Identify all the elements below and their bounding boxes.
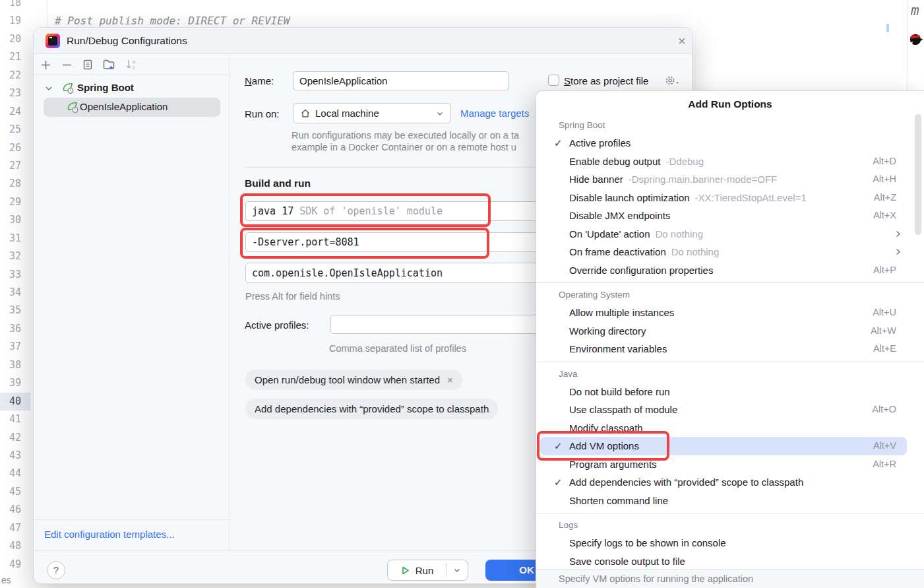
line-number: 28 xyxy=(0,175,30,193)
panel-divider[interactable] xyxy=(230,54,230,551)
home-icon xyxy=(300,108,311,119)
menu-item-active-profiles[interactable]: ✓Active profiles xyxy=(536,134,924,152)
menu-item-allow-multiple-instances[interactable]: Allow multiple instancesAlt+U xyxy=(536,304,924,322)
menu-item-label: Environment variables xyxy=(569,343,667,354)
menu-item-use-classpath-of-module[interactable]: Use classpath of moduleAlt+O xyxy=(536,401,924,419)
menu-item-shortcut: Alt+X xyxy=(873,207,896,225)
menu-item-shortcut: Alt+V xyxy=(873,437,896,455)
line-number: 40 xyxy=(0,393,30,410)
add-run-options-popup: Add Run Options Spring Boot✓Active profi… xyxy=(536,90,924,588)
store-as-project-file-checkbox[interactable] xyxy=(548,75,559,86)
gear-icon[interactable] xyxy=(664,74,680,87)
line-number: 25 xyxy=(0,121,30,139)
menu-item-suffix: -Dspring.main.banner-mode=OFF xyxy=(629,174,778,185)
copy-configuration-icon[interactable] xyxy=(80,57,96,72)
name-label: Name: xyxy=(245,75,274,86)
remove-configuration-icon[interactable] xyxy=(59,57,75,72)
menu-item-label: Shorten command line xyxy=(569,495,668,506)
line-number: 31 xyxy=(0,230,30,247)
edit-configuration-templates-link[interactable]: Edit configuration templates... xyxy=(44,529,175,540)
option-pill-open-tool-window[interactable]: Open run/debug tool window when started … xyxy=(245,370,462,390)
name-input[interactable]: OpenIsleApplication xyxy=(293,71,509,90)
scrollbar-thumb[interactable] xyxy=(915,114,921,235)
popup-title: Add Run Options xyxy=(536,91,924,117)
menu-item-label: Hide banner xyxy=(569,174,623,185)
menu-item-hide-banner[interactable]: Hide banner-Dspring.main.banner-mode=OFF… xyxy=(536,170,924,189)
menu-section-java: Java xyxy=(536,366,924,383)
menu-item-disable-jmx-endpoints[interactable]: Disable JMX endpointsAlt+X xyxy=(536,207,924,225)
line-number: 39 xyxy=(0,374,30,392)
field-hints-text: Press Alt for field hints xyxy=(245,291,340,302)
menu-item-on-update-action[interactable]: On 'Update' actionDo nothing xyxy=(536,225,924,244)
menu-separator xyxy=(536,282,924,283)
menu-item-label: Override configuration properties xyxy=(569,265,713,276)
manage-targets-link[interactable]: Manage targets xyxy=(460,108,529,119)
line-number: 20 xyxy=(0,30,30,48)
menu-item-label: Disable JMX endpoints xyxy=(569,210,670,221)
menu-item-modify-classpath[interactable]: Modify classpath xyxy=(536,419,924,438)
menu-section-operating-system: Operating System xyxy=(536,286,924,304)
spring-boot-icon xyxy=(61,81,75,94)
menu-item-save-console-output-to-file[interactable]: Save console output to file xyxy=(536,552,924,571)
menu-item-working-directory[interactable]: Working directoryAlt+W xyxy=(536,322,924,341)
line-number: 46 xyxy=(0,501,30,519)
line-number: 42 xyxy=(0,429,30,447)
menu-item-shortcut: Alt+D xyxy=(873,152,896,171)
menu-item-shortcut: Alt+U xyxy=(873,304,896,322)
menu-item-add-vm-options[interactable]: ✓Add VM optionsAlt+V xyxy=(536,437,924,455)
spring-boot-icon xyxy=(66,100,79,114)
menu-item-add-dependencies-with-provided-scope-to-classpath[interactable]: ✓Add dependencies with “provided” scope … xyxy=(536,473,924,492)
dialog-title: Run/Debug Configurations xyxy=(67,35,187,47)
tree-group-spring-boot[interactable]: Spring Boot xyxy=(77,82,134,93)
add-configuration-icon[interactable] xyxy=(38,57,53,72)
popup-menu: Spring Boot✓Active profilesEnable debug … xyxy=(536,117,924,570)
menu-section-spring-boot: Spring Boot xyxy=(536,117,924,134)
jre-value: java 17 xyxy=(252,205,293,217)
editor-right-divider xyxy=(907,0,908,92)
menu-item-do-not-build-before-run[interactable]: Do not build before run xyxy=(536,383,924,401)
menu-item-on-frame-deactivation[interactable]: On frame deactivationDo nothing xyxy=(536,243,924,261)
close-icon[interactable]: × xyxy=(673,33,691,50)
editor-gutter: 1819202122232425262728293031323334353637… xyxy=(0,0,30,573)
menu-item-label: On frame deactivation xyxy=(569,246,666,257)
menu-item-shortcut: Alt+E xyxy=(873,340,896,358)
menu-item-label: Disable launch optimization xyxy=(569,192,690,203)
configurations-toolbar: a z xyxy=(34,54,230,75)
line-number: 43 xyxy=(0,447,30,465)
menu-item-label: Modify classpath xyxy=(569,422,643,434)
toolwindow-label-fragment[interactable]: es xyxy=(1,575,11,585)
checkmark-icon: ✓ xyxy=(554,473,566,492)
menu-item-suffix: Do nothing xyxy=(671,246,720,257)
menu-item-disable-launch-optimization[interactable]: Disable launch optimization-XX:TieredSto… xyxy=(536,189,924,207)
menu-separator xyxy=(536,513,924,513)
popup-footer-hint: Specify VM options for running the appli… xyxy=(536,569,924,588)
remove-pill-icon[interactable]: × xyxy=(447,374,453,385)
line-number: 27 xyxy=(0,157,30,175)
divider xyxy=(34,519,230,520)
help-button[interactable]: ? xyxy=(47,561,65,579)
menu-item-specify-logs-to-be-shown-in-console[interactable]: Specify logs to be shown in console xyxy=(536,534,924,552)
menu-separator xyxy=(536,362,924,362)
menu-item-program-arguments[interactable]: Program argumentsAlt+R xyxy=(536,455,924,474)
line-number: 47 xyxy=(0,519,30,537)
submenu-chevron-icon xyxy=(894,230,902,238)
menu-item-override-configuration-properties[interactable]: Override configuration propertiesAlt+P xyxy=(536,261,924,280)
run-button[interactable]: Run xyxy=(387,560,468,581)
option-pill-provided-scope[interactable]: Add dependencies with “provided” scope t… xyxy=(245,399,498,419)
menu-item-enable-debug-output[interactable]: Enable debug output-DdebugAlt+D xyxy=(536,152,924,171)
menu-item-label: Allow multiple instances xyxy=(569,307,674,318)
tree-item-openisleapplication[interactable]: OpenIsleApplication xyxy=(80,101,168,112)
menu-item-shorten-command-line[interactable]: Shorten command line xyxy=(536,492,924,510)
run-on-select[interactable]: Local machine xyxy=(293,103,451,123)
chevron-down-icon[interactable] xyxy=(44,83,54,94)
menu-item-environment-variables[interactable]: Environment variablesAlt+E xyxy=(536,340,924,358)
sort-configurations-icon[interactable]: a z xyxy=(123,57,139,72)
error-stripe-mark[interactable] xyxy=(886,24,889,32)
run-dropdown-chevron-icon[interactable] xyxy=(447,566,468,574)
submenu-chevron-icon xyxy=(894,247,902,256)
pill-label: Add dependencies with “provided” scope t… xyxy=(255,403,489,414)
menu-item-label: Do not build before run xyxy=(569,386,670,397)
line-number: 30 xyxy=(0,211,30,229)
new-folder-icon[interactable] xyxy=(101,57,117,72)
svg-text:a: a xyxy=(133,59,135,64)
